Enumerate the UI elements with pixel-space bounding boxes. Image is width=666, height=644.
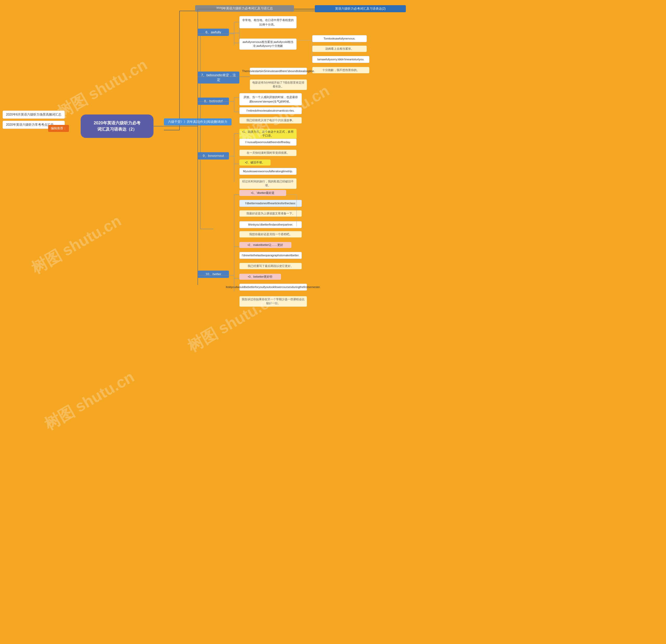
bewornout-ex2-zh: 经过长时间的旅行，我的鞋底已经破旧不堪。 — [239, 178, 297, 189]
bewornout-sub1: •1、筋疲力尽。这个表达十太正式，多用于口语。 — [239, 129, 297, 139]
better-ex2-zh: 我想你最好还是另找一个搭档吧。 — [239, 231, 302, 238]
section-betiredof-label: 8、betiredof — [198, 98, 229, 105]
editor-label: 编辑推荐： — [48, 125, 69, 132]
better-ex1-en: I'dbetterreadoneofthearticlesfortheclass… — [239, 200, 302, 207]
section-better-label: 10、better — [198, 271, 229, 278]
awfully-ex2-zh: 十分抱歉，我不想伤害你的。 — [312, 67, 369, 73]
bewornout-ex1-zh: 在一天快结束时我时常觉得很累。 — [239, 150, 297, 156]
bewornout-ex2-en: Mysoleswerewornoufafteralongtimetrip. — [239, 168, 297, 175]
section-awfully-label: 6、awfully — [198, 29, 229, 36]
awfully-ex1-zh: 汤姆看上去相当紧张。 — [312, 46, 367, 52]
better-ex4-en: Itoldyouitwouldbebetterforyouifyoutookfe… — [239, 284, 307, 291]
better-ex2-en: Ithinkyou'dbetterfindanotherpartner. — [239, 221, 302, 228]
better-sub2: •2、makeitbetter让……更好 — [239, 242, 292, 248]
sidebar-link-1[interactable]: 2020年6月英语六级听力场景高频词汇总 — [3, 110, 65, 119]
betiredof-desc: 厌烦。当一个人感到厌烦的时候，也是最容易loseone'stemper(生气)的… — [239, 93, 302, 105]
mindmap-container: 2020年英语六级听力必考词汇及习语汇总 英语六级听力必考词汇及习语表达(2) … — [0, 0, 666, 644]
beboundto-ex1-en: ThemoviestartsinSminutesandthere'sboundt… — [250, 68, 307, 75]
bewornout-sub2: •2、破旧不堪。 — [239, 159, 270, 166]
main-title-node: 2020年英语六级听力必考 词汇及习语表达（2） — [81, 115, 154, 138]
awfully-ex2-en: Iamawfullysorry.Ididn'tmeantoturtyou. — [312, 56, 369, 63]
better-ex3-en: I'drewritethelasttwoparagraphstomakeitbe… — [239, 252, 302, 259]
better-ex3-zh: 我已经重写了最后两段以使它更好。 — [239, 263, 302, 269]
nav-tabs-node[interactable]: 六级干货》》历年真题|作文|阅读|翻译|听力 — [164, 118, 231, 125]
better-ex4-zh: 我告诉过你如果你在第一个学期少选一些课程会比较好一些。 — [239, 296, 307, 307]
betiredof-ex1-en: I'mtiredofmoviesaboutromanticstories. — [239, 107, 302, 114]
awfully-ex1-en: Tomlooksawfullynervous. — [312, 35, 367, 42]
top-right-link[interactable]: 英语六级听力必考词汇及习语表达(2) — [315, 5, 406, 12]
section-bewornout-label: 9、bewornout — [198, 152, 229, 159]
better-ex1-zh: 我最好还是为上课读篇文章准备一下。 — [239, 210, 302, 217]
bewornout-ex1-en: I'musuallywornoutattheendoftheday. — [239, 139, 297, 146]
awfully-desc: 非常地、相当地。在口语中用于表程度的比例十分高。 — [239, 16, 297, 28]
section-beboundto-label: 7、beboundto肯定，注定 — [198, 72, 239, 84]
better-sub3: •3、bebetter更好些 — [239, 274, 281, 280]
beboundto-ex1-zh: 电影还有5分钟就开始了?现在那里肯定排着长队。 — [250, 80, 307, 90]
awfully-phrases: awfullynervous相当紧张;awfullycold相当冷;awfull… — [239, 38, 297, 50]
betiredof-ex1-zh: 我已经彻底厌烦了电影中的浪漫故事。 — [239, 117, 302, 124]
better-sub1: •1、'dbetter最好是 — [239, 190, 286, 196]
top-header-node[interactable]: 2020年英语六级听力必考词汇及习语汇总 — [195, 5, 294, 12]
